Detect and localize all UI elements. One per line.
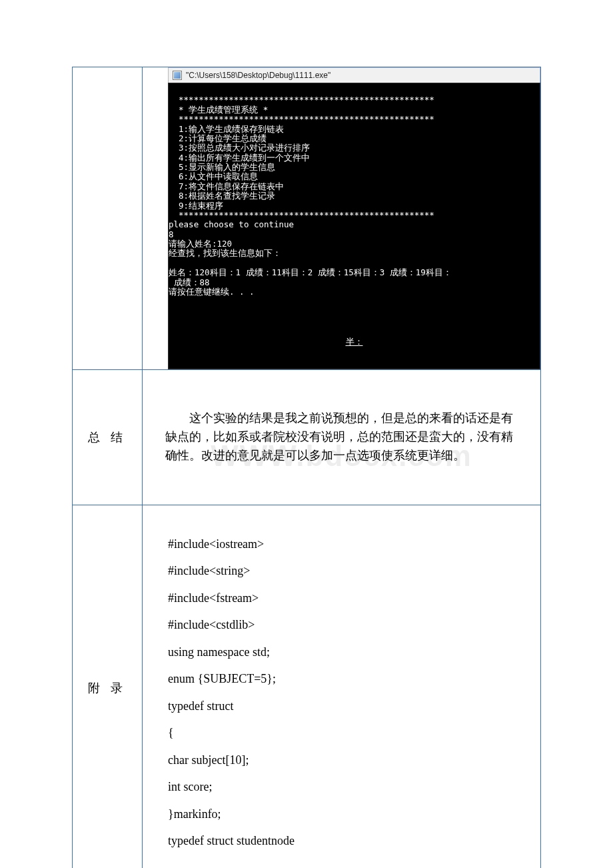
console-line: 姓名：120科目：1 成绩：11科目：2 成绩：15科目：3 成绩：19科目： <box>169 267 452 277</box>
console-line: 6:从文件中读取信息 <box>169 171 258 181</box>
row-summary: 总 结 WWW.bdocx.com 这个实验的结果是我之前说预想的，但是总的来看… <box>73 369 541 505</box>
label-appendix: 附 录 <box>73 505 143 868</box>
code-line: typedef struct studentnode <box>168 834 295 847</box>
summary-text: 这个实验的结果是我之前说预想的，但是总的来看的话还是有缺点的，比如系或者院校没有… <box>165 409 524 465</box>
code-line: char subject[10]; <box>168 753 249 767</box>
code-line: enum {SUBJECT=5}; <box>168 672 276 685</box>
console-line: 4:输出所有学生成绩到一个文件中 <box>169 153 310 163</box>
summary-block: WWW.bdocx.com 这个实验的结果是我之前说预想的，但是总的来看的话还是… <box>148 392 535 483</box>
console-cell: "C:\Users\158\Desktop\Debug\1111.exe" **… <box>143 67 541 370</box>
code-line: }markinfo; <box>168 807 221 821</box>
code-line: #include<string> <box>168 564 250 577</box>
console-line: 2:计算每位学生总成绩 <box>169 133 267 143</box>
console-line: 3:按照总成绩大小对记录进行排序 <box>169 143 310 153</box>
console-line: * 学生成绩管理系统 * <box>169 105 268 115</box>
label-cell-empty <box>73 67 143 370</box>
console-line: please choose to continue <box>169 219 294 229</box>
code-line: #include<fstream> <box>168 591 259 605</box>
console-window: "C:\Users\158\Desktop\Debug\1111.exe" **… <box>168 67 540 369</box>
console-line: 1:输入学生成绩保存到链表 <box>169 124 284 134</box>
console-output: ****************************************… <box>168 83 540 369</box>
code-line: { <box>168 726 174 739</box>
console-line: ****************************************… <box>169 95 434 105</box>
code-block: #include<iostream> #include<string> #inc… <box>148 511 535 865</box>
code-line: #include<iostream> <box>168 537 264 551</box>
console-line: 8:根据姓名查找学生记录 <box>169 191 275 201</box>
console-line: 5:显示新输入的学生信息 <box>169 162 275 172</box>
console-line: ****************************************… <box>169 210 434 220</box>
console-line: 8 <box>169 229 174 239</box>
code-line: typedef struct <box>168 699 233 713</box>
document-page: "C:\Users\158\Desktop\Debug\1111.exe" **… <box>0 0 613 868</box>
code-line: #include<cstdlib> <box>168 618 255 631</box>
summary-cell: WWW.bdocx.com 这个实验的结果是我之前说预想的，但是总的来看的话还是… <box>143 369 541 505</box>
row-console: "C:\Users\158\Desktop\Debug\1111.exe" **… <box>73 67 541 370</box>
row-appendix: 附 录 #include<iostream> #include<string> … <box>73 505 541 868</box>
code-cell: #include<iostream> #include<string> #inc… <box>143 505 541 868</box>
console-line: 9:结束程序 <box>169 201 223 211</box>
console-line: 成绩：88 <box>169 277 210 287</box>
console-line: 经查找，找到该生信息如下： <box>169 248 281 258</box>
console-line: ****************************************… <box>169 114 434 124</box>
window-title: "C:\Users\158\Desktop\Debug\1111.exe" <box>186 71 330 80</box>
console-line: 请输入姓名:120 <box>169 239 232 249</box>
window-titlebar: "C:\Users\158\Desktop\Debug\1111.exe" <box>168 67 540 83</box>
report-table: "C:\Users\158\Desktop\Debug\1111.exe" **… <box>72 67 541 868</box>
console-line: 请按任意键继续. . . <box>169 287 255 297</box>
console-blank <box>169 297 540 323</box>
code-line: int score; <box>168 780 212 793</box>
label-summary: 总 结 <box>73 369 143 505</box>
code-line: using namespace std; <box>168 645 270 659</box>
console-line: 7:将文件信息保存在链表中 <box>169 181 284 191</box>
console-ban: 半： <box>169 333 540 347</box>
app-icon <box>173 71 182 80</box>
